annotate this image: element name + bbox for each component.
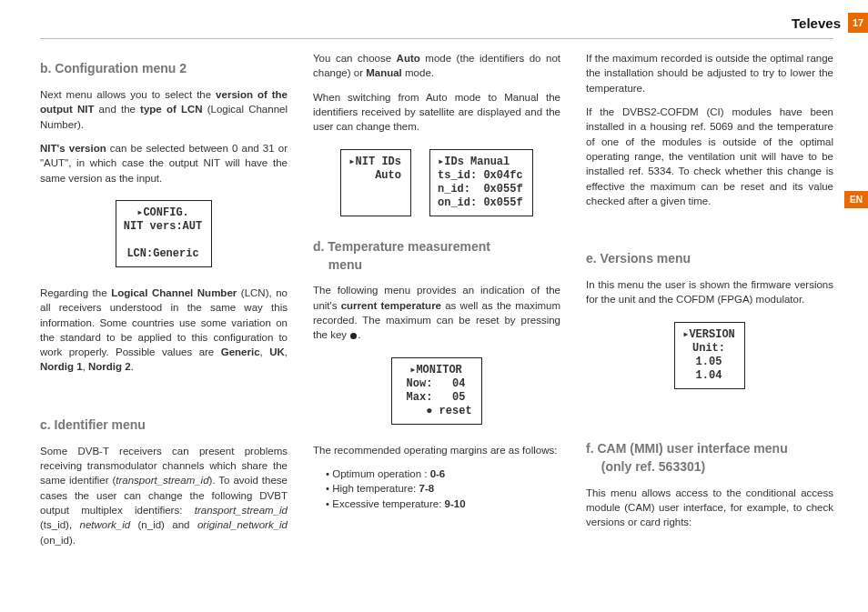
para-nit-lcn-intro: Next menu allows you to select the versi… (40, 87, 288, 132)
text: Excessive temperature: (332, 498, 444, 509)
text-bold: 9-10 (445, 498, 466, 509)
text-bold: UK (269, 346, 285, 357)
text-bold: current temperature (341, 300, 441, 311)
para-max-outside: If the maximum recorded is outside the o… (586, 51, 833, 95)
text-italic: original_network_id (197, 519, 288, 530)
text: Next menu allows you to select the (40, 89, 216, 100)
text: , (285, 346, 288, 357)
text: (on_id). (40, 535, 76, 546)
heading-identifier-menu: c. Identifier menu (40, 416, 288, 435)
content-columns: b. Configuration menu 2 Next menu allows… (40, 51, 833, 557)
text: Regarding the (40, 287, 111, 298)
page-number-badge: 17 (848, 13, 868, 33)
list-item: Optimum operation : 0-6 (326, 467, 560, 481)
para-identifier: Some DVB-T receivers can present problem… (40, 444, 288, 547)
text: High temperature: (332, 483, 419, 494)
lcd-screen-monitor: ▸MONITOR Now: 04 Max: 05 ● reset (391, 357, 481, 425)
heading-versions-menu: e. Versions menu (586, 250, 833, 268)
text-bold: Nordig 1 (40, 361, 83, 372)
heading-cam-menu: f. CAM (MMI) user interface menu (only r… (586, 440, 833, 477)
heading-line: (only ref. 563301) (586, 458, 833, 477)
para-cam: This menu allows access to the condition… (586, 486, 833, 530)
para-housing: If the DVBS2-COFDM (CI) modules have bee… (586, 105, 833, 208)
list-item: Excessive temperature: 9-10 (326, 497, 560, 511)
para-margins-intro: The recommended operating margins are as… (313, 443, 560, 457)
text: . (131, 361, 134, 372)
para-switch-mode: When switching from Auto mode to Manual … (313, 90, 560, 135)
text-bold: 0-6 (430, 468, 446, 479)
lcd-config: ▸CONFIG. NIT vers:AUT LCN:Generic (40, 195, 288, 273)
column-3: If the maximum recorded is outside the o… (586, 51, 833, 557)
text-bold: type of LCN (140, 104, 202, 115)
heading-config-menu-2: b. Configuration menu 2 (40, 60, 288, 78)
text-bold: 7-8 (419, 483, 434, 494)
text-bold: Generic (221, 346, 260, 357)
lcd-version: ▸VERSION Unit: 1.05 1.04 (586, 316, 833, 395)
language-tab: EN (844, 191, 868, 208)
dot-icon (350, 333, 357, 339)
margins-list: Optimum operation : 0-6 High temperature… (313, 467, 560, 511)
lcd-monitor: ▸MONITOR Now: 04 Max: 05 ● reset (313, 352, 560, 430)
para-temperature: The following menu provides an indicatio… (313, 283, 560, 342)
para-versions: In this menu the user is shown the firmw… (586, 277, 833, 307)
text-italic: transport_stream_id (116, 475, 208, 486)
lcd-ids-row: ▸NIT IDs Auto ▸IDs Manual ts_id: 0x04fc … (313, 144, 560, 222)
heading-line: d. Temperature measurement (313, 239, 490, 254)
text-italic: transport_stream_id (195, 505, 288, 516)
lcd-screen-version: ▸VERSION Unit: 1.05 1.04 (674, 322, 745, 389)
column-2: You can choose Auto mode (the identifier… (313, 51, 560, 557)
para-auto-manual: You can choose Auto mode (the identifier… (313, 51, 560, 81)
text: (n_id) and (130, 519, 197, 530)
heading-line: f. CAM (MMI) user interface menu (586, 441, 788, 456)
heading-line: menu (313, 256, 560, 275)
heading-temperature-menu: d. Temperature measurement menu (313, 238, 560, 275)
text: and the (94, 104, 140, 115)
para-lcn: Regarding the Logical Channel Number (LC… (40, 286, 288, 375)
text-italic: network_id (80, 519, 131, 530)
text-bold: NIT's version (40, 143, 106, 154)
text-bold: Nordig 2 (88, 361, 131, 372)
text-bold: Auto (397, 53, 420, 64)
lcd-screen-nit-ids: ▸NIT IDs Auto (340, 149, 411, 216)
text-bold: Manual (366, 67, 402, 78)
text: Optimum operation : (332, 468, 429, 479)
list-item: High temperature: 7-8 (326, 481, 560, 496)
lcd-screen-ids-manual: ▸IDs Manual ts_id: 0x04fc n_id: 0x055f o… (429, 149, 533, 216)
header: Televes 17 (792, 13, 868, 33)
text: You can choose (313, 53, 397, 64)
brand-logo: Televes (792, 15, 841, 31)
column-1: b. Configuration menu 2 Next menu allows… (40, 51, 288, 557)
header-rule (40, 38, 833, 39)
page: Televes 17 EN b. Configuration menu 2 Ne… (0, 0, 868, 612)
text-bold: Logical Channel Number (111, 287, 237, 298)
para-nit-version: NIT's version can be selected between 0 … (40, 141, 288, 186)
text: , (260, 346, 270, 357)
text: . (358, 329, 360, 340)
text: mode. (402, 67, 434, 78)
text: (ts_id), (40, 519, 80, 530)
lcd-screen: ▸CONFIG. NIT vers:AUT LCN:Generic (116, 200, 212, 267)
